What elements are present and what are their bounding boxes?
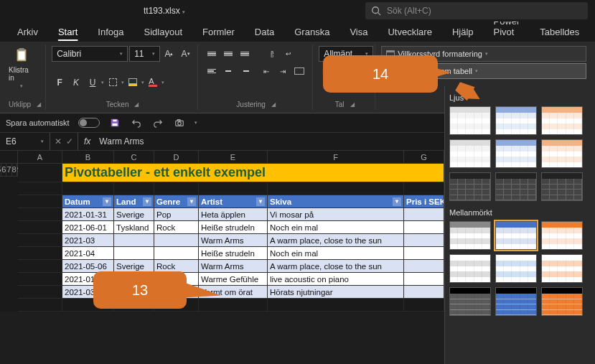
cell[interactable] xyxy=(18,164,62,182)
cell[interactable] xyxy=(154,299,199,312)
tab-utvecklare[interactable]: Utvecklare xyxy=(378,22,441,42)
cell[interactable]: Pris i SEK▾ xyxy=(404,195,444,208)
table-style-option[interactable] xyxy=(449,139,491,168)
orientation-icon[interactable]: ab xyxy=(264,46,280,62)
tab-hjälp[interactable]: Hjälp xyxy=(442,22,484,42)
row-header[interactable]: 7 xyxy=(6,164,11,177)
filter-dropdown-icon[interactable]: ▾ xyxy=(187,197,196,206)
cell[interactable] xyxy=(404,234,444,247)
table-style-option[interactable] xyxy=(449,172,491,201)
cell[interactable]: Artist▾ xyxy=(199,195,268,208)
cell[interactable] xyxy=(18,221,62,234)
bold-button[interactable]: F xyxy=(52,75,67,90)
table-style-option[interactable] xyxy=(449,106,491,135)
italic-button[interactable]: K xyxy=(68,75,84,90)
tab-start[interactable]: Start xyxy=(48,22,88,42)
tab-formler[interactable]: Formler xyxy=(192,22,245,42)
table-style-option[interactable] xyxy=(449,287,491,316)
tab-arkiv[interactable]: Arkiv xyxy=(7,22,48,42)
cell[interactable]: 2021-01-01 xyxy=(62,273,114,286)
tab-granska[interactable]: Granska xyxy=(284,22,339,42)
wrap-text-icon[interactable]: ↩ xyxy=(281,46,296,62)
percent-format-icon[interactable]: % xyxy=(335,64,351,80)
decrease-font-icon[interactable]: A▾ xyxy=(178,46,193,62)
cell[interactable] xyxy=(114,247,154,260)
accounting-format-icon[interactable]: 💶 xyxy=(319,64,334,80)
cell[interactable]: Land▾ xyxy=(114,195,154,208)
cell[interactable]: Pop xyxy=(154,208,199,221)
cell[interactable]: Rock xyxy=(154,221,199,234)
cell[interactable] xyxy=(18,286,62,299)
cell[interactable]: Sverige xyxy=(114,208,154,221)
dialog-launcher-icon[interactable]: ◢ xyxy=(134,101,139,108)
table-style-option[interactable] xyxy=(495,106,537,135)
table-style-option[interactable] xyxy=(449,254,491,283)
cell[interactable] xyxy=(154,182,199,195)
cell[interactable]: A warm place, close to the sun xyxy=(268,260,404,273)
column-header[interactable]: E xyxy=(199,151,268,164)
table-style-option[interactable] xyxy=(495,287,537,316)
cell[interactable]: Hörats njutningar xyxy=(268,286,404,299)
cell[interactable] xyxy=(18,299,62,312)
table-style-option[interactable] xyxy=(449,221,491,250)
table-style-option[interactable] xyxy=(495,254,537,283)
cell[interactable] xyxy=(18,234,62,247)
dialog-launcher-icon[interactable]: ◢ xyxy=(37,101,41,108)
decrease-indent-icon[interactable]: ⇤ xyxy=(258,63,274,79)
increase-font-icon[interactable]: A▴ xyxy=(161,46,177,62)
cancel-icon[interactable]: ✕ xyxy=(55,136,62,146)
cell[interactable]: Sverige xyxy=(114,286,154,299)
tab-data[interactable]: Data xyxy=(245,22,284,42)
font-name-combo[interactable]: Calibri▾ xyxy=(52,46,128,62)
cell[interactable] xyxy=(404,260,444,273)
font-size-combo[interactable]: 11▾ xyxy=(129,46,160,62)
row-header[interactable]: 6 xyxy=(1,164,6,177)
search-box[interactable]: Sök (Alt+C) xyxy=(365,2,588,19)
cell[interactable] xyxy=(154,247,199,260)
table-style-option[interactable] xyxy=(495,221,537,250)
save-icon[interactable] xyxy=(108,116,121,129)
align-left-icon[interactable] xyxy=(204,63,220,79)
table-style-option[interactable] xyxy=(495,139,537,168)
column-header[interactable]: G xyxy=(404,151,444,164)
table-style-option[interactable] xyxy=(541,106,583,135)
cell[interactable] xyxy=(404,208,444,221)
cell[interactable] xyxy=(114,234,154,247)
cell[interactable] xyxy=(18,195,62,208)
autosave-toggle[interactable] xyxy=(78,118,100,128)
conditional-formatting-button[interactable]: Villkorsstyrd formatering▾ xyxy=(381,46,586,62)
align-bottom-icon[interactable] xyxy=(237,46,253,62)
cell[interactable] xyxy=(18,260,62,273)
underline-button[interactable]: U xyxy=(85,75,100,90)
column-header[interactable]: D xyxy=(154,151,199,164)
cell[interactable] xyxy=(404,286,444,299)
row-headers[interactable]: 1234567891011 xyxy=(0,151,18,312)
tab-visa[interactable]: Visa xyxy=(339,22,378,42)
tab-sidlayout[interactable]: Sidlayout xyxy=(134,22,192,42)
cell[interactable] xyxy=(18,182,62,195)
cell[interactable]: 2021-05-06 xyxy=(62,260,114,273)
cell[interactable] xyxy=(62,182,114,195)
table-style-option[interactable] xyxy=(495,172,537,201)
filter-dropdown-icon[interactable]: ▾ xyxy=(143,197,151,206)
name-box[interactable]: E6▾ xyxy=(0,133,50,150)
cell[interactable] xyxy=(114,182,154,195)
cell[interactable]: Skiva▾ xyxy=(268,195,404,208)
cell[interactable] xyxy=(404,182,444,195)
dialog-launcher-icon[interactable]: ◢ xyxy=(350,101,355,108)
cell[interactable]: 2021-06-01 xyxy=(62,221,114,234)
table-style-option[interactable] xyxy=(541,172,583,201)
chevron-down-icon[interactable]: ▾ xyxy=(195,120,197,126)
cell[interactable] xyxy=(62,299,114,312)
font-color-button[interactable]: A xyxy=(145,75,161,90)
table-style-option[interactable] xyxy=(541,139,583,168)
redo-icon[interactable] xyxy=(151,116,164,129)
cell[interactable] xyxy=(268,299,404,312)
cell[interactable]: Warm Arms xyxy=(199,260,268,273)
paste-button[interactable]: Klistra in ▾ xyxy=(9,46,34,89)
tab-infoga[interactable]: Infoga xyxy=(88,22,133,42)
filter-dropdown-icon[interactable]: ▾ xyxy=(103,197,111,206)
row-header[interactable]: 8 xyxy=(12,164,17,177)
align-top-icon[interactable] xyxy=(204,46,220,62)
cell[interactable]: Rock xyxy=(154,260,199,273)
